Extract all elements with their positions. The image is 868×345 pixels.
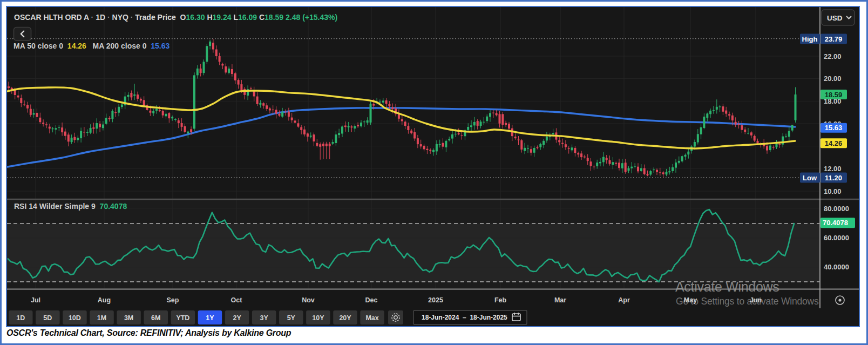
svg-text:2Y: 2Y <box>233 314 241 322</box>
svg-text:3Y: 3Y <box>260 314 269 322</box>
svg-text:YTD: YTD <box>176 314 189 322</box>
svg-text:1D: 1D <box>16 314 25 322</box>
svg-text:2025: 2025 <box>428 296 443 304</box>
svg-text:20Y: 20Y <box>339 314 351 322</box>
svg-text:12.00: 12.00 <box>824 165 842 173</box>
svg-text:80.0000: 80.0000 <box>824 205 849 213</box>
svg-text:18.59: 18.59 <box>825 91 843 99</box>
svg-text:Apr: Apr <box>618 296 630 304</box>
svg-text:10.00: 10.00 <box>824 187 842 195</box>
svg-text:6M: 6M <box>151 314 160 322</box>
svg-text:20.00: 20.00 <box>824 75 842 83</box>
svg-text:High: High <box>802 35 818 43</box>
svg-text:Max: Max <box>365 314 378 322</box>
svg-text:11.20: 11.20 <box>825 174 842 182</box>
svg-text:Mar: Mar <box>554 296 566 304</box>
svg-text:5D: 5D <box>43 314 52 322</box>
svg-text:18-Jun-2024 – 18-Jun-2025: 18-Jun-2024 – 18-Jun-2025 <box>422 314 507 321</box>
svg-text:22.00: 22.00 <box>824 52 842 60</box>
svg-text:RSI 14 Wilder Simple 9 70.407: RSI 14 Wilder Simple 9 70.4078 <box>14 202 127 211</box>
svg-text:1Y: 1Y <box>206 314 214 322</box>
svg-text:May: May <box>684 296 697 304</box>
svg-text:USD: USD <box>827 14 843 22</box>
svg-text:Jun: Jun <box>750 296 762 304</box>
svg-text:5Y: 5Y <box>287 314 296 322</box>
svg-text:23.79: 23.79 <box>825 35 843 43</box>
svg-text:Low: Low <box>803 174 817 182</box>
svg-text:Feb: Feb <box>494 296 507 304</box>
svg-text:Go to Settings to activate Win: Go to Settings to activate Windows. <box>676 296 821 307</box>
svg-text:15.63: 15.63 <box>825 124 843 132</box>
svg-text:14.26: 14.26 <box>825 139 843 147</box>
svg-text:OSCAR HLTH ORD A · 1D · NYQ ·: OSCAR HLTH ORD A · 1D · NYQ · Trade Pric… <box>14 13 337 22</box>
svg-text:Sep: Sep <box>167 296 179 304</box>
svg-text:Jul: Jul <box>31 296 40 304</box>
svg-text:60.0000: 60.0000 <box>824 234 849 242</box>
svg-text:40.0000: 40.0000 <box>824 263 849 271</box>
svg-text:3M: 3M <box>124 314 133 322</box>
svg-text:Nov: Nov <box>302 296 315 304</box>
svg-text:MA 50 close 0 14.26 MA 200: MA 50 close 0 14.26 MA 200 close 0 15.63 <box>13 42 169 50</box>
svg-text:1M: 1M <box>97 314 106 322</box>
svg-text:Activate Windows: Activate Windows <box>675 279 779 294</box>
svg-text:Dec: Dec <box>365 296 378 304</box>
svg-text:70.4078: 70.4078 <box>823 219 848 227</box>
svg-text:10D: 10D <box>69 314 81 322</box>
svg-text:Aug: Aug <box>98 296 111 304</box>
svg-text:10Y: 10Y <box>312 314 324 322</box>
svg-text:Oct: Oct <box>231 296 243 304</box>
